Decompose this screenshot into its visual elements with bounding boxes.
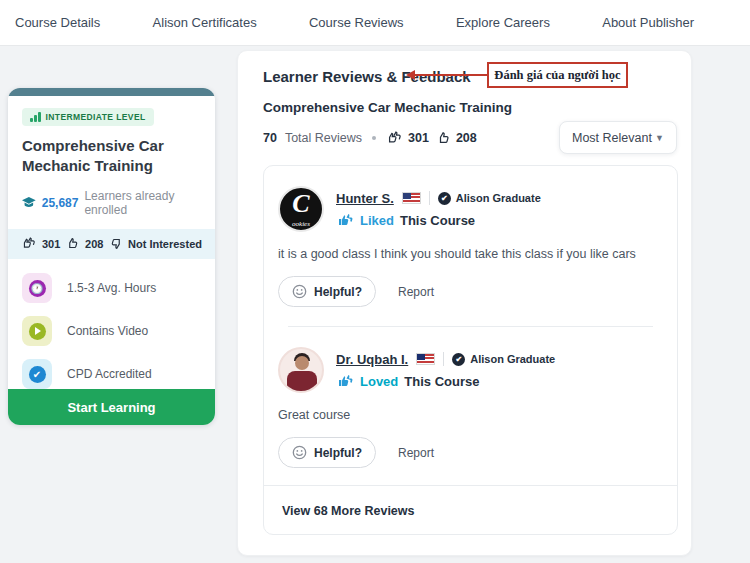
liked-total: 208 [437, 131, 477, 145]
chevron-down-icon: ▼ [655, 133, 664, 143]
thumbs-up-icon [66, 237, 80, 250]
graduate-badge-label: Alison Graduate [470, 353, 555, 365]
clock-icon: 🕐 [29, 280, 46, 297]
tab-explore-careers[interactable]: Explore Careers [456, 15, 550, 30]
tab-course-reviews[interactable]: Course Reviews [309, 15, 404, 30]
review-item: Cookies Hunter S. ✔ Alison Graduate [264, 166, 677, 327]
dot-separator [372, 136, 376, 140]
liked-total-count: 208 [456, 131, 477, 145]
enrolled-count: 25,687 [42, 196, 79, 210]
course-title: Comprehensive Car Mechanic Training [22, 136, 201, 177]
sentiment-word: Liked [360, 213, 394, 228]
total-reviews-count: 70 [263, 131, 277, 145]
feature-label: CPD Accredited [67, 367, 152, 381]
helpful-button[interactable]: Helpful? [278, 437, 376, 468]
reviewer-avatar-portrait[interactable] [278, 347, 324, 393]
double-thumbs-up-icon [21, 237, 37, 250]
thumbs-up-icon [437, 131, 451, 145]
graduation-cap-icon [22, 196, 36, 209]
divider [443, 352, 444, 366]
reviews-card: Cookies Hunter S. ✔ Alison Graduate [263, 165, 678, 535]
reviewer-avatar-cookies-logo[interactable]: Cookies [278, 186, 324, 232]
cpd-ribbon-icon: ✔ [29, 366, 46, 383]
divider [429, 191, 430, 205]
double-thumbs-up-filled-icon [336, 374, 354, 389]
reviewer-name-link[interactable]: Hunter S. [336, 191, 394, 206]
course-tabs-nav: Course Details Alison Certificates Cours… [0, 0, 750, 46]
play-icon [29, 323, 46, 340]
feature-label: 1.5-3 Avg. Hours [67, 281, 156, 295]
loved-total-count: 301 [408, 131, 429, 145]
liked-count: 208 [85, 238, 103, 250]
malaysia-flag-icon [416, 353, 435, 365]
annotation-callout-box: Đánh giá của người học [487, 62, 628, 88]
review-text: Great course [278, 408, 663, 422]
loved-count-button[interactable]: 301 [21, 237, 60, 250]
level-badge: INTERMEDIATE LEVEL [22, 108, 154, 126]
not-interested-label: Not Interested [128, 238, 202, 250]
not-interested-button[interactable]: Not Interested [109, 237, 202, 250]
start-learning-button[interactable]: Start Learning [8, 389, 215, 425]
double-thumbs-up-filled-icon [336, 213, 354, 228]
review-text: it is a good class I think you should ta… [278, 247, 663, 261]
enrolled-row: 25,687 Learners already enrolled [22, 189, 201, 217]
alison-graduate-badge: ✔ Alison Graduate [438, 192, 541, 205]
loved-count: 301 [42, 238, 60, 250]
vote-band: 301 208 Not Interested [8, 229, 215, 260]
feature-cpd-accredited: ✔ CPD Accredited [22, 359, 201, 389]
sentiment-row: Liked This Course [336, 213, 541, 228]
reviews-panel: Learner Reviews & Feedback Comprehensive… [237, 50, 692, 556]
tab-alison-certificates[interactable]: Alison Certificates [153, 15, 257, 30]
graduate-badge-label: Alison Graduate [456, 192, 541, 204]
enrolled-label: Learners already enrolled [84, 189, 201, 217]
review-item: Dr. Uqbah I. ✔ Alison Graduate [264, 327, 677, 468]
sort-dropdown-value: Most Relevant [572, 131, 652, 145]
verified-seal-icon: ✔ [452, 353, 465, 366]
verified-seal-icon: ✔ [438, 192, 451, 205]
alison-graduate-badge: ✔ Alison Graduate [452, 353, 555, 366]
sentiment-rest: This Course [400, 213, 475, 228]
sort-dropdown[interactable]: Most Relevant ▼ [559, 121, 677, 154]
report-link[interactable]: Report [398, 446, 434, 460]
thumbs-down-icon [109, 237, 123, 250]
tab-course-details[interactable]: Course Details [15, 15, 100, 30]
reviews-course-title: Comprehensive Car Mechanic Training [263, 100, 691, 115]
feature-contains-video: Contains Video [22, 316, 201, 346]
annotation-arrow-line [414, 74, 487, 76]
bar-chart-icon [30, 112, 41, 122]
feature-label: Contains Video [67, 324, 148, 338]
liked-count-button[interactable]: 208 [66, 237, 103, 250]
total-reviews-label: Total Reviews [285, 131, 362, 145]
report-link[interactable]: Report [398, 285, 434, 299]
reviewer-name-link[interactable]: Dr. Uqbah I. [336, 352, 408, 367]
loved-total: 301 [386, 131, 429, 145]
feature-avg-hours: 🕐 1.5-3 Avg. Hours [22, 273, 201, 303]
helpful-button[interactable]: Helpful? [278, 276, 376, 307]
tab-about-publisher[interactable]: About Publisher [602, 15, 694, 30]
smiley-icon [292, 284, 307, 299]
view-more-reviews-link[interactable]: View 68 More Reviews [282, 504, 414, 518]
us-flag-icon [402, 192, 421, 204]
sentiment-rest: This Course [404, 374, 479, 389]
smiley-icon [292, 445, 307, 460]
helpful-label: Helpful? [314, 446, 362, 460]
reviews-card-footer: View 68 More Reviews [264, 485, 677, 534]
helpful-label: Helpful? [314, 285, 362, 299]
sentiment-word: Loved [360, 374, 398, 389]
level-badge-label: INTERMEDIATE LEVEL [46, 112, 146, 122]
sentiment-row: Loved This Course [336, 374, 555, 389]
course-summary-card: INTERMEDIATE LEVEL Comprehensive Car Mec… [8, 88, 215, 425]
double-thumbs-up-icon [386, 131, 403, 145]
card-top-accent-bar [8, 88, 215, 96]
